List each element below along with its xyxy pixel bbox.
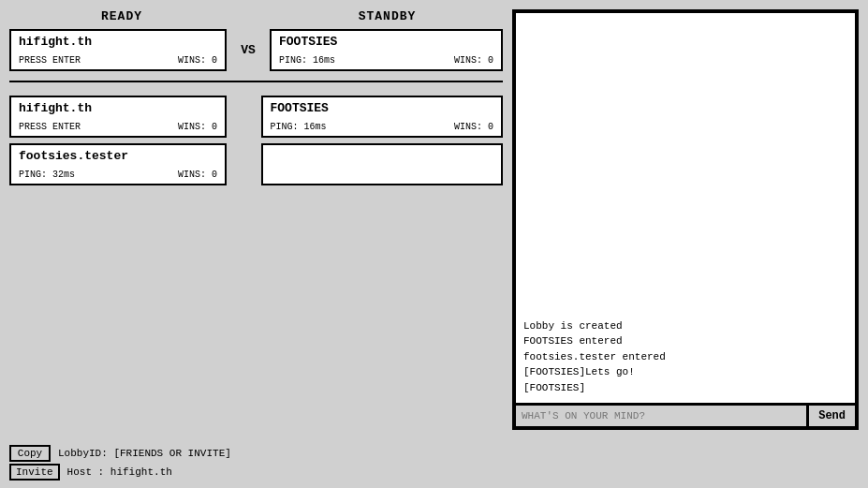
teams-section: hifight.th PRESS ENTER WINS: 0 footsies.…	[9, 96, 503, 185]
bottom-bar: Copy LobbyID: [FRIENDS OR INVITE] Invite…	[0, 439, 868, 488]
standby-label: STANDBY	[272, 9, 503, 23]
team-labels: READY STANDBY	[9, 9, 503, 23]
standby-player1-sub: PING: 16ms	[271, 122, 327, 132]
match-player1-name: hifight.th	[19, 35, 217, 49]
bottom-row-2: Invite Host : hifight.th	[9, 464, 859, 481]
match-player1-card: hifight.th PRESS ENTER WINS: 0	[9, 29, 227, 71]
ready-team-column: hifight.th PRESS ENTER WINS: 0 footsies.…	[9, 96, 252, 185]
match-player2-name: FOOTSIES	[279, 35, 493, 49]
host-label: Host : hifight.th	[67, 466, 172, 478]
match-row: hifight.th PRESS ENTER WINS: 0 VS FOOTSI…	[9, 29, 503, 71]
vs-label: VS	[234, 43, 262, 57]
chat-message-4: [FOOTSIES]Lets go!	[523, 364, 847, 380]
ready-player2-wins: WINS: 0	[178, 170, 217, 180]
match-player2-card: FOOTSIES PING: 16ms WINS: 0	[270, 29, 503, 71]
standby-player2-card	[261, 143, 504, 185]
ready-player1-wins: WINS: 0	[178, 122, 217, 132]
ready-player2-card: footsies.tester PING: 32ms WINS: 0	[9, 143, 227, 185]
ready-player1-card: hifight.th PRESS ENTER WINS: 0	[9, 96, 227, 138]
ready-player2-sub: PING: 32ms	[19, 170, 75, 180]
standby-team-column: FOOTSIES PING: 16ms WINS: 0	[261, 96, 504, 185]
match-player1-wins: WINS: 0	[178, 55, 217, 66]
chat-message-2: FOOTSIES entered	[523, 333, 847, 349]
match-player2-wins: WINS: 0	[454, 55, 493, 66]
lobby-id-label: LobbyID: [FRIENDS OR INVITE]	[58, 448, 231, 459]
bottom-row-1: Copy LobbyID: [FRIENDS OR INVITE]	[9, 445, 859, 462]
chat-message-1: Lobby is created	[523, 318, 847, 334]
match-player2-ping: PING: 16ms	[279, 55, 335, 66]
invite-button[interactable]: Invite	[9, 464, 60, 481]
chat-message-5: [FOOTSIES]	[523, 380, 847, 396]
chat-input[interactable]	[516, 406, 806, 426]
chat-panel: Lobby is created FOOTSIES entered footsi…	[512, 9, 859, 430]
copy-button[interactable]: Copy	[9, 445, 51, 462]
chat-message-3: footsies.tester entered	[523, 349, 847, 365]
divider	[9, 81, 503, 82]
standby-player1-wins: WINS: 0	[454, 122, 493, 132]
ready-player1-sub: PRESS ENTER	[19, 122, 81, 132]
ready-label: READY	[9, 9, 234, 23]
left-panel: READY STANDBY hifight.th PRESS ENTER WIN…	[9, 9, 503, 430]
ready-player1-name: hifight.th	[19, 101, 217, 115]
send-button[interactable]: Send	[806, 406, 855, 426]
standby-player1-name: FOOTSIES	[271, 101, 494, 115]
chat-messages: Lobby is created FOOTSIES entered footsi…	[516, 13, 855, 403]
ready-player2-name: footsies.tester	[19, 149, 217, 163]
chat-input-row: Send	[516, 403, 855, 426]
standby-player1-card: FOOTSIES PING: 16ms WINS: 0	[261, 96, 504, 138]
match-player1-status: PRESS ENTER	[19, 55, 81, 66]
